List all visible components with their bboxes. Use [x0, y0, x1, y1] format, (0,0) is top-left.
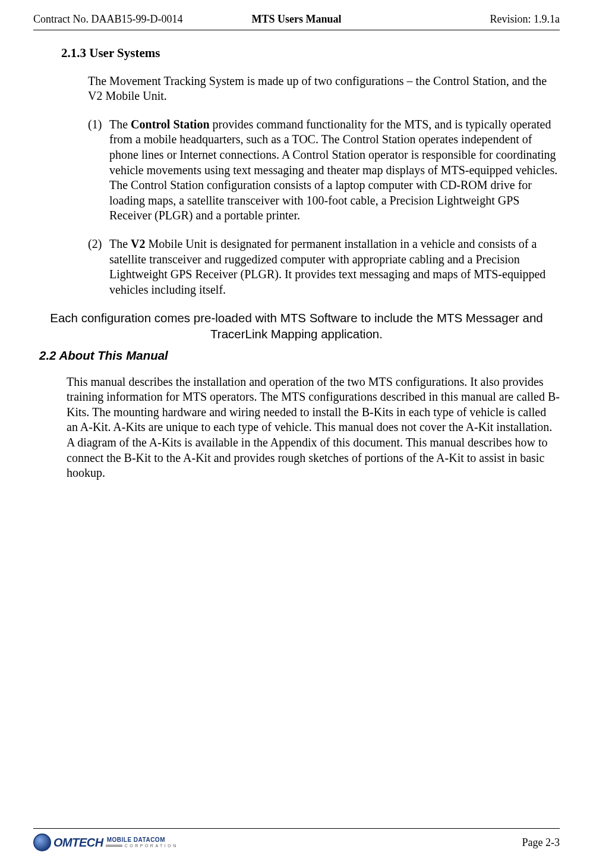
- header-right: Revision: 1.9.1a: [384, 13, 560, 26]
- logo-corp-text: CORPORATION: [107, 844, 178, 848]
- globe-icon: [33, 834, 51, 851]
- list-post-bold: Mobile Unit is designated for permanent …: [109, 237, 545, 296]
- logo-sub-text: MOBILE DATACOM: [107, 837, 178, 843]
- page-number: Page 2-3: [522, 836, 560, 849]
- config-note: Each configuration comes pre-loaded with…: [33, 310, 560, 342]
- list-pre-bold: The: [109, 118, 131, 131]
- list-item-1: (1) The Control Station provides command…: [88, 117, 560, 224]
- logo-main-text: OMTECH: [53, 838, 103, 848]
- page-header: Contract No. DAAB15-99-D-0014 MTS Users …: [33, 13, 560, 26]
- section-heading-213: 2.1.3 User Systems: [61, 46, 560, 61]
- footer-rule: [33, 828, 560, 829]
- list-text: The Control Station provides command fun…: [109, 117, 560, 224]
- numbered-list: (1) The Control Station provides command…: [88, 117, 560, 298]
- page-footer: OMTECH MOBILE DATACOM CORPORATION Page 2…: [33, 828, 560, 851]
- header-rule: [33, 30, 560, 30]
- list-marker: (2): [88, 237, 109, 297]
- company-logo: OMTECH MOBILE DATACOM CORPORATION: [33, 834, 178, 851]
- list-pre-bold: The: [109, 237, 131, 250]
- list-item-2: (2) The V2 Mobile Unit is designated for…: [88, 237, 560, 297]
- header-left: Contract No. DAAB15-99-D-0014: [33, 13, 209, 26]
- list-post-bold: provides command functionality for the M…: [109, 118, 557, 222]
- section-22-para: This manual describes the installation a…: [67, 375, 560, 481]
- list-marker: (1): [88, 117, 109, 224]
- section-213-intro: The Movement Tracking System is made up …: [88, 74, 560, 104]
- header-center: MTS Users Manual: [209, 13, 384, 26]
- list-text: The V2 Mobile Unit is designated for per…: [109, 237, 560, 297]
- list-bold: Control Station: [131, 118, 209, 131]
- list-bold: V2: [131, 237, 145, 250]
- section-heading-22: 2.2 About This Manual: [39, 348, 560, 363]
